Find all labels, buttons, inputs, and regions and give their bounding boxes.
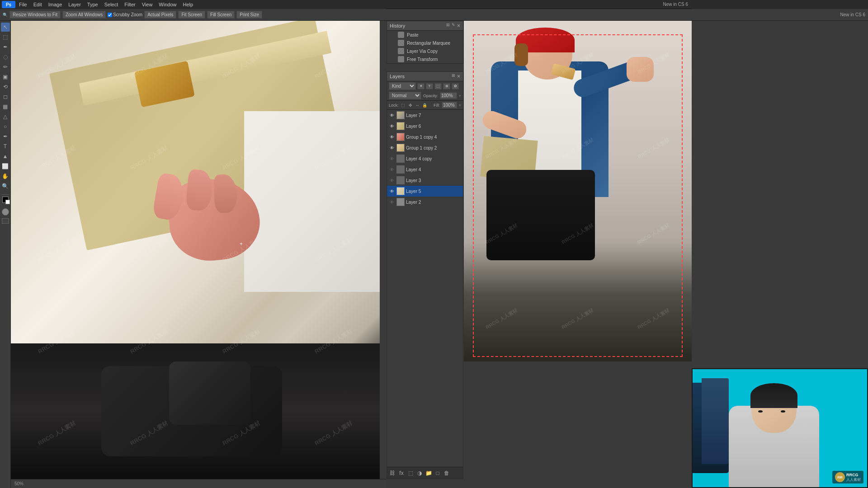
menu-image[interactable]: Image	[46, 1, 65, 8]
layer-row-group1copy2[interactable]: 👁 Group 1 copy 2	[387, 142, 463, 153]
menu-edit[interactable]: Edit	[31, 1, 45, 8]
history-label-transform: Free Transform	[407, 57, 438, 62]
lock-icon-3[interactable]: ↔	[415, 103, 420, 108]
layer-row-layer4[interactable]: 👁 Layer 4	[387, 164, 463, 175]
menu-file[interactable]: File	[16, 1, 30, 8]
anime-background: RRCG 人人素材 RRCG 人人素材 RRCG 人人素材 RRCG 人人素材 …	[464, 21, 692, 361]
layer-link-icon[interactable]: ⛓	[389, 469, 396, 477]
fit-screen-btn[interactable]: Fit Screen	[178, 11, 205, 19]
fill-screen-btn[interactable]: Fill Screen	[207, 11, 235, 19]
menu-layer[interactable]: Layer	[66, 1, 84, 8]
quick-mask[interactable]	[2, 208, 9, 216]
history-item-layer-copy[interactable]: Layer Via Copy	[387, 47, 463, 55]
video-eye-left	[758, 410, 763, 413]
history-panel-btn1[interactable]: ⊞	[446, 23, 450, 29]
history-label-layer-copy: Layer Via Copy	[407, 49, 438, 54]
layer-new-icon[interactable]: □	[434, 469, 441, 477]
tool-pen[interactable]: ✒	[1, 132, 10, 141]
kind-btn-2[interactable]: T	[426, 83, 433, 89]
eye-layer7[interactable]: 👁	[389, 112, 395, 118]
layers-panel-header: Layers ⊞ ×	[387, 72, 463, 81]
tool-path-select[interactable]: ▲	[1, 152, 10, 161]
tool-history-brush[interactable]: ⟲	[1, 82, 10, 91]
tool-zoom[interactable]: 🔍	[1, 182, 10, 191]
screen-mode[interactable]	[2, 218, 9, 224]
lock-icon-4[interactable]: 🔒	[422, 103, 428, 108]
kind-btn-4[interactable]: ⊕	[443, 83, 450, 89]
scrubby-zoom-check[interactable]	[108, 13, 112, 17]
eye-layer4copy[interactable]: 👁	[389, 155, 395, 162]
opacity-input[interactable]	[440, 92, 457, 99]
print-size-btn[interactable]: Print Size	[236, 11, 262, 19]
eye-group1copy2[interactable]: 👁	[389, 145, 395, 151]
tool-stamp[interactable]: ▣	[1, 72, 10, 81]
fill-input[interactable]	[442, 102, 457, 108]
tool-shape[interactable]: ⬜	[1, 162, 10, 171]
tool-eraser[interactable]: ◻	[1, 92, 10, 101]
lock-icon-2[interactable]: ✜	[408, 103, 413, 108]
tool-select[interactable]: ↖	[1, 23, 10, 32]
layer-adjustment-icon[interactable]: ◑	[416, 469, 423, 477]
actual-pixels-btn[interactable]: Actual Pixels	[144, 11, 176, 19]
layer-delete-icon[interactable]: 🗑	[443, 469, 450, 477]
layer-name-layer6: Layer 6	[406, 124, 461, 129]
layer-row-group1copy4[interactable]: 👁 Group 1 copy 4	[387, 131, 463, 142]
layers-kind-select[interactable]: Kind	[389, 82, 416, 90]
layer-name-layer2: Layer 2	[406, 200, 461, 205]
layer-row-layer3[interactable]: 👁 Layer 3	[387, 175, 463, 186]
tool-spot-heal[interactable]: ◌	[1, 52, 10, 61]
tool-eyedropper[interactable]: ✒	[1, 42, 10, 52]
layers-panel-close[interactable]: ×	[457, 73, 460, 80]
tool-crop[interactable]: ⬚	[1, 33, 10, 42]
eye-layer4[interactable]: 👁	[389, 166, 395, 173]
history-panel-btn2[interactable]: ✎	[452, 23, 455, 29]
menu-window[interactable]: Window	[156, 1, 179, 8]
lock-icon-1[interactable]: ⬚	[401, 103, 406, 108]
layer-row-layer5[interactable]: 👁 Layer 5	[387, 186, 463, 197]
status-bar: 50%	[11, 479, 386, 488]
char-right-hand	[627, 57, 654, 82]
kind-btn-1[interactable]: ✦	[417, 83, 425, 89]
resize-windows-btn[interactable]: Resize Windows to Fit	[9, 11, 61, 19]
video-logo-icon: RR	[835, 472, 845, 482]
layers-panel-btn1[interactable]: ⊞	[452, 73, 455, 80]
kind-btn-3[interactable]: ⬚	[434, 83, 442, 89]
eye-layer6[interactable]: 👁	[389, 123, 395, 129]
tool-text[interactable]: T	[1, 142, 10, 151]
history-panel-close[interactable]: ×	[457, 23, 460, 29]
layer-group-icon[interactable]: 📁	[425, 469, 432, 477]
tool-brush[interactable]: ✏	[1, 62, 10, 71]
shirt-area	[244, 111, 380, 292]
tool-dodge[interactable]: ○	[1, 122, 10, 131]
tool-hand[interactable]: ✋	[1, 172, 10, 181]
eye-group1copy4[interactable]: 👁	[389, 134, 395, 140]
history-item-marquee[interactable]: Rectangular Marquee	[387, 39, 463, 47]
layer-row-layer6[interactable]: 👁 Layer 6	[387, 121, 463, 131]
layer-mask-icon[interactable]: ⬚	[407, 469, 414, 477]
tool-blur[interactable]: △	[1, 112, 10, 121]
history-item-transform[interactable]: Free Transform	[387, 55, 463, 63]
layer-row-layer7[interactable]: 👁 Layer 7	[387, 110, 463, 121]
menu-type[interactable]: Type	[85, 1, 101, 8]
lock-label: Lock:	[389, 103, 399, 108]
layer-name-group1copy4: Group 1 copy 4	[406, 135, 461, 140]
layer-name-layer4copy: Layer 4 copy	[406, 156, 461, 161]
video-logo: RR RRCG 人人素材	[832, 471, 863, 483]
eye-layer2[interactable]: 👁	[389, 199, 395, 205]
eye-layer3[interactable]: 👁	[389, 177, 395, 183]
ps-logo: Ps	[2, 1, 15, 8]
tool-gradient[interactable]: ▦	[1, 102, 10, 111]
blend-mode-select[interactable]: Normal	[389, 92, 421, 99]
zoom-all-btn[interactable]: Zoom All Windows	[62, 11, 106, 19]
eye-layer5[interactable]: 👁	[389, 188, 395, 194]
kind-btn-5[interactable]: ✿	[452, 83, 459, 89]
history-item-paste[interactable]: Paste	[387, 31, 463, 39]
menu-view[interactable]: View	[139, 1, 156, 8]
layer-style-icon[interactable]: fx	[398, 469, 405, 477]
video-eye-right	[781, 410, 785, 413]
layer-row-layer4copy[interactable]: 👁 Layer 4 copy	[387, 153, 463, 164]
menu-select[interactable]: Select	[102, 1, 121, 8]
menu-filter[interactable]: Filter	[122, 1, 138, 8]
menu-help[interactable]: Help	[180, 1, 196, 8]
layer-row-layer2[interactable]: 👁 Layer 2	[387, 197, 463, 207]
